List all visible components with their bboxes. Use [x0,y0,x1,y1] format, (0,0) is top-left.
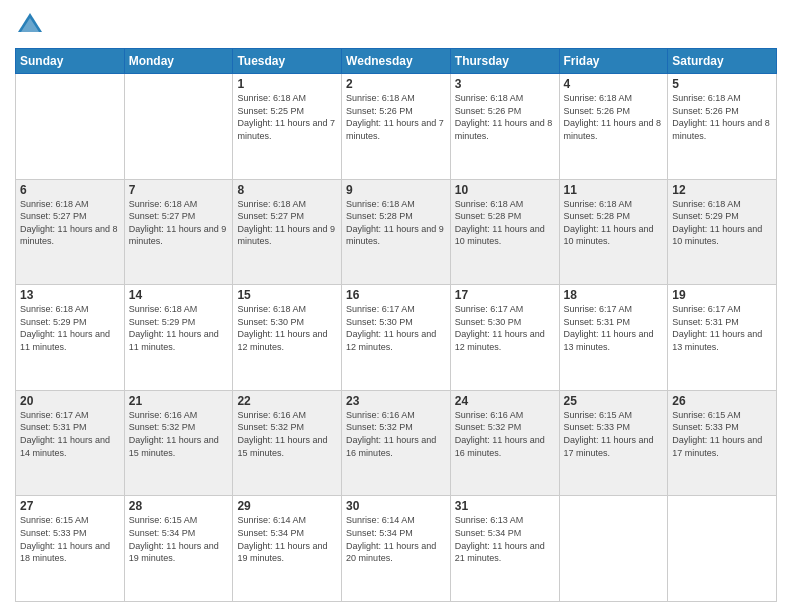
day-info: Sunrise: 6:16 AMSunset: 5:32 PMDaylight:… [237,409,337,459]
calendar-cell: 5Sunrise: 6:18 AMSunset: 5:26 PMDaylight… [668,74,777,180]
day-info: Sunrise: 6:14 AMSunset: 5:34 PMDaylight:… [346,514,446,564]
day-info: Sunrise: 6:18 AMSunset: 5:27 PMDaylight:… [20,198,120,248]
day-number: 8 [237,183,337,197]
calendar-cell: 27Sunrise: 6:15 AMSunset: 5:33 PMDayligh… [16,496,125,602]
day-number: 29 [237,499,337,513]
calendar-week-row: 13Sunrise: 6:18 AMSunset: 5:29 PMDayligh… [16,285,777,391]
day-number: 9 [346,183,446,197]
calendar-cell: 12Sunrise: 6:18 AMSunset: 5:29 PMDayligh… [668,179,777,285]
calendar-cell [16,74,125,180]
day-number: 6 [20,183,120,197]
calendar-cell: 21Sunrise: 6:16 AMSunset: 5:32 PMDayligh… [124,390,233,496]
calendar-cell [668,496,777,602]
calendar-cell: 30Sunrise: 6:14 AMSunset: 5:34 PMDayligh… [342,496,451,602]
day-info: Sunrise: 6:17 AMSunset: 5:30 PMDaylight:… [346,303,446,353]
day-number: 19 [672,288,772,302]
calendar-cell: 11Sunrise: 6:18 AMSunset: 5:28 PMDayligh… [559,179,668,285]
calendar-cell: 2Sunrise: 6:18 AMSunset: 5:26 PMDaylight… [342,74,451,180]
day-info: Sunrise: 6:15 AMSunset: 5:33 PMDaylight:… [672,409,772,459]
calendar-table: SundayMondayTuesdayWednesdayThursdayFrid… [15,48,777,602]
day-info: Sunrise: 6:18 AMSunset: 5:27 PMDaylight:… [129,198,229,248]
day-info: Sunrise: 6:18 AMSunset: 5:28 PMDaylight:… [564,198,664,248]
calendar-week-row: 27Sunrise: 6:15 AMSunset: 5:33 PMDayligh… [16,496,777,602]
calendar-cell: 14Sunrise: 6:18 AMSunset: 5:29 PMDayligh… [124,285,233,391]
weekday-header-tuesday: Tuesday [233,49,342,74]
day-number: 24 [455,394,555,408]
weekday-header-saturday: Saturday [668,49,777,74]
weekday-header-thursday: Thursday [450,49,559,74]
calendar-cell: 22Sunrise: 6:16 AMSunset: 5:32 PMDayligh… [233,390,342,496]
calendar-cell: 23Sunrise: 6:16 AMSunset: 5:32 PMDayligh… [342,390,451,496]
day-number: 25 [564,394,664,408]
day-info: Sunrise: 6:16 AMSunset: 5:32 PMDaylight:… [346,409,446,459]
calendar-cell: 1Sunrise: 6:18 AMSunset: 5:25 PMDaylight… [233,74,342,180]
day-number: 7 [129,183,229,197]
weekday-header-friday: Friday [559,49,668,74]
weekday-header-wednesday: Wednesday [342,49,451,74]
weekday-header-row: SundayMondayTuesdayWednesdayThursdayFrid… [16,49,777,74]
calendar-cell: 20Sunrise: 6:17 AMSunset: 5:31 PMDayligh… [16,390,125,496]
calendar-cell: 10Sunrise: 6:18 AMSunset: 5:28 PMDayligh… [450,179,559,285]
day-info: Sunrise: 6:18 AMSunset: 5:30 PMDaylight:… [237,303,337,353]
calendar-cell: 19Sunrise: 6:17 AMSunset: 5:31 PMDayligh… [668,285,777,391]
calendar-cell: 18Sunrise: 6:17 AMSunset: 5:31 PMDayligh… [559,285,668,391]
calendar-cell: 17Sunrise: 6:17 AMSunset: 5:30 PMDayligh… [450,285,559,391]
day-number: 18 [564,288,664,302]
calendar-cell: 26Sunrise: 6:15 AMSunset: 5:33 PMDayligh… [668,390,777,496]
day-number: 22 [237,394,337,408]
day-info: Sunrise: 6:18 AMSunset: 5:26 PMDaylight:… [564,92,664,142]
calendar-week-row: 6Sunrise: 6:18 AMSunset: 5:27 PMDaylight… [16,179,777,285]
day-info: Sunrise: 6:16 AMSunset: 5:32 PMDaylight:… [455,409,555,459]
calendar-cell: 9Sunrise: 6:18 AMSunset: 5:28 PMDaylight… [342,179,451,285]
calendar-cell [559,496,668,602]
day-number: 16 [346,288,446,302]
day-number: 12 [672,183,772,197]
day-info: Sunrise: 6:18 AMSunset: 5:29 PMDaylight:… [20,303,120,353]
day-number: 4 [564,77,664,91]
day-info: Sunrise: 6:15 AMSunset: 5:33 PMDaylight:… [564,409,664,459]
day-number: 21 [129,394,229,408]
day-number: 30 [346,499,446,513]
day-info: Sunrise: 6:17 AMSunset: 5:31 PMDaylight:… [20,409,120,459]
calendar-cell: 31Sunrise: 6:13 AMSunset: 5:34 PMDayligh… [450,496,559,602]
calendar-cell: 3Sunrise: 6:18 AMSunset: 5:26 PMDaylight… [450,74,559,180]
logo-icon [15,10,45,40]
day-info: Sunrise: 6:13 AMSunset: 5:34 PMDaylight:… [455,514,555,564]
day-number: 1 [237,77,337,91]
calendar-cell: 7Sunrise: 6:18 AMSunset: 5:27 PMDaylight… [124,179,233,285]
day-number: 3 [455,77,555,91]
calendar-cell: 4Sunrise: 6:18 AMSunset: 5:26 PMDaylight… [559,74,668,180]
day-number: 13 [20,288,120,302]
day-info: Sunrise: 6:18 AMSunset: 5:27 PMDaylight:… [237,198,337,248]
day-info: Sunrise: 6:17 AMSunset: 5:31 PMDaylight:… [672,303,772,353]
day-number: 5 [672,77,772,91]
calendar-cell: 25Sunrise: 6:15 AMSunset: 5:33 PMDayligh… [559,390,668,496]
day-info: Sunrise: 6:16 AMSunset: 5:32 PMDaylight:… [129,409,229,459]
day-info: Sunrise: 6:18 AMSunset: 5:29 PMDaylight:… [129,303,229,353]
calendar-cell: 24Sunrise: 6:16 AMSunset: 5:32 PMDayligh… [450,390,559,496]
weekday-header-sunday: Sunday [16,49,125,74]
header [15,10,777,40]
day-info: Sunrise: 6:15 AMSunset: 5:33 PMDaylight:… [20,514,120,564]
calendar-week-row: 1Sunrise: 6:18 AMSunset: 5:25 PMDaylight… [16,74,777,180]
day-number: 20 [20,394,120,408]
calendar-cell [124,74,233,180]
calendar-cell: 16Sunrise: 6:17 AMSunset: 5:30 PMDayligh… [342,285,451,391]
calendar-cell: 8Sunrise: 6:18 AMSunset: 5:27 PMDaylight… [233,179,342,285]
day-number: 17 [455,288,555,302]
calendar-cell: 15Sunrise: 6:18 AMSunset: 5:30 PMDayligh… [233,285,342,391]
calendar-cell: 6Sunrise: 6:18 AMSunset: 5:27 PMDaylight… [16,179,125,285]
weekday-header-monday: Monday [124,49,233,74]
day-number: 10 [455,183,555,197]
day-number: 28 [129,499,229,513]
day-number: 26 [672,394,772,408]
day-info: Sunrise: 6:17 AMSunset: 5:30 PMDaylight:… [455,303,555,353]
day-info: Sunrise: 6:17 AMSunset: 5:31 PMDaylight:… [564,303,664,353]
day-info: Sunrise: 6:18 AMSunset: 5:25 PMDaylight:… [237,92,337,142]
day-number: 14 [129,288,229,302]
day-info: Sunrise: 6:18 AMSunset: 5:26 PMDaylight:… [672,92,772,142]
calendar-cell: 28Sunrise: 6:15 AMSunset: 5:34 PMDayligh… [124,496,233,602]
calendar-cell: 29Sunrise: 6:14 AMSunset: 5:34 PMDayligh… [233,496,342,602]
day-info: Sunrise: 6:18 AMSunset: 5:28 PMDaylight:… [455,198,555,248]
day-info: Sunrise: 6:14 AMSunset: 5:34 PMDaylight:… [237,514,337,564]
